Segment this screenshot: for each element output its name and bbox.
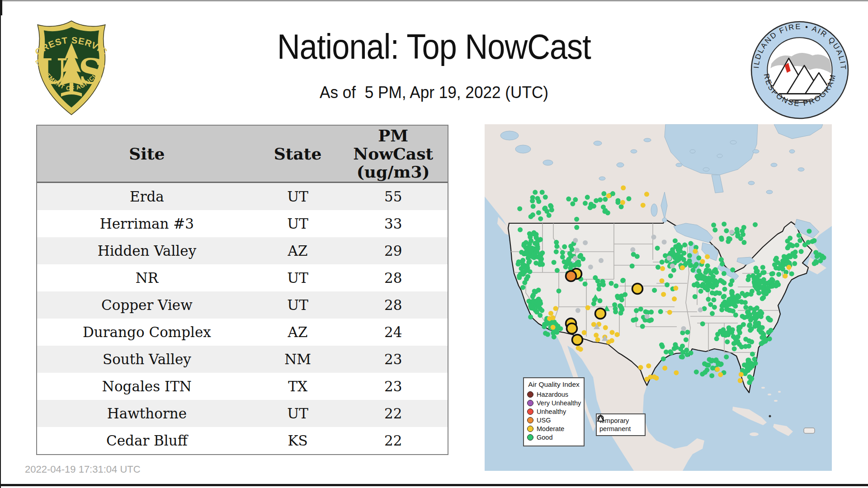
value-cell: 28 <box>339 291 448 319</box>
legend-item-usg: USG <box>527 417 580 424</box>
page-corner-mark <box>0 0 2 15</box>
site-cell: South Valley <box>37 346 257 373</box>
site-cell: Hidden Valley <box>37 237 257 264</box>
legend-item-permanent: permanent <box>599 425 642 432</box>
wfaqrp-circle-icon: WILDLAND FIRE • AIR QUALITY RESPONSE PRO… <box>750 20 850 120</box>
page-title: National: Top NowCast <box>43 26 825 67</box>
site-cell: Erda <box>37 183 257 211</box>
table-row: Herriman #3UT33 <box>37 210 448 237</box>
legend-item-very-unhealthy: Very Unhealthy <box>527 399 580 407</box>
table-row: Copper ViewUT28 <box>37 291 448 319</box>
table-row: South ValleyNM23 <box>37 346 448 373</box>
col-header-pm-nowcast: PM NowCast (ug/m3) <box>339 126 448 183</box>
value-cell: 55 <box>339 183 448 211</box>
legend-item-good: Good <box>527 434 580 441</box>
nowcast-table: Site State PM NowCast (ug/m3) ErdaUT55 H… <box>36 125 448 455</box>
site-cell: Cedar Bluff <box>37 427 257 454</box>
value-cell: 24 <box>339 319 448 346</box>
site-cell: Hawthorne <box>37 400 257 427</box>
value-cell: 28 <box>339 264 448 291</box>
state-cell: AZ <box>257 319 339 346</box>
usg-swatch-icon <box>527 417 533 423</box>
col-header-site: Site <box>37 126 257 183</box>
state-cell: UT <box>257 183 339 211</box>
state-cell: UT <box>257 210 339 237</box>
value-cell: 23 <box>339 346 448 373</box>
aqi-map: Air Quality Index Hazardous Very Unhealt… <box>485 124 832 471</box>
state-cell: KS <box>257 427 339 454</box>
state-cell: UT <box>257 400 339 427</box>
table-row: Durango ComplexAZ24 <box>37 319 448 346</box>
legend-item-moderate: Moderate <box>527 425 580 432</box>
state-cell: UT <box>257 291 339 319</box>
legend-item-hazardous: Hazardous <box>527 391 580 398</box>
good-swatch-icon <box>527 434 533 441</box>
permanent-triangle-icon <box>597 414 604 422</box>
page-left-border <box>0 0 1 488</box>
col-header-state: State <box>257 126 339 183</box>
table-row: Nogales ITNTX23 <box>37 373 448 400</box>
page-subtitle: As of 5 PM, Apr 19, 2022 (UTC) <box>22 83 846 102</box>
legend-item-unhealthy: Unhealthy <box>527 408 580 415</box>
table-row: ErdaUT55 <box>37 183 448 211</box>
table-row: Hidden ValleyAZ29 <box>37 237 448 264</box>
site-type-legend: temporary permanent <box>596 413 646 436</box>
value-cell: 22 <box>339 427 448 454</box>
value-cell: 29 <box>339 237 448 264</box>
site-cell: Durango Complex <box>37 319 257 346</box>
unhealthy-swatch-icon <box>527 408 533 415</box>
page-bottom-border <box>0 484 868 486</box>
very-unhealthy-swatch-icon <box>527 400 533 406</box>
site-cell: Herriman #3 <box>37 210 257 237</box>
site-cell: Copper View <box>37 291 257 319</box>
table-row: NRUT28 <box>37 264 448 291</box>
state-cell: AZ <box>257 237 339 264</box>
state-cell: TX <box>257 373 339 400</box>
table-row: HawthorneUT22 <box>37 400 448 427</box>
state-cell: NM <box>257 346 339 373</box>
value-cell: 22 <box>339 400 448 427</box>
site-cell: Nogales ITN <box>37 373 257 400</box>
table-row: Cedar BluffKS22 <box>37 427 448 454</box>
aqi-legend: Air Quality Index Hazardous Very Unhealt… <box>523 377 585 446</box>
aqi-legend-title: Air Quality Index <box>527 380 580 389</box>
wfaqrp-logo: WILDLAND FIRE • AIR QUALITY RESPONSE PRO… <box>750 20 850 120</box>
footer-timestamp: 2022-04-19 17:31:04 UTC <box>25 464 141 475</box>
site-cell: NR <box>37 264 257 291</box>
page-top-border <box>0 0 868 1</box>
legend-item-temporary: temporary <box>599 417 642 424</box>
hazardous-swatch-icon <box>527 391 533 398</box>
table-header-row: Site State PM NowCast (ug/m3) <box>37 126 448 183</box>
state-cell: UT <box>257 264 339 291</box>
moderate-swatch-icon <box>527 426 533 432</box>
value-cell: 33 <box>339 210 448 237</box>
value-cell: 23 <box>339 373 448 400</box>
